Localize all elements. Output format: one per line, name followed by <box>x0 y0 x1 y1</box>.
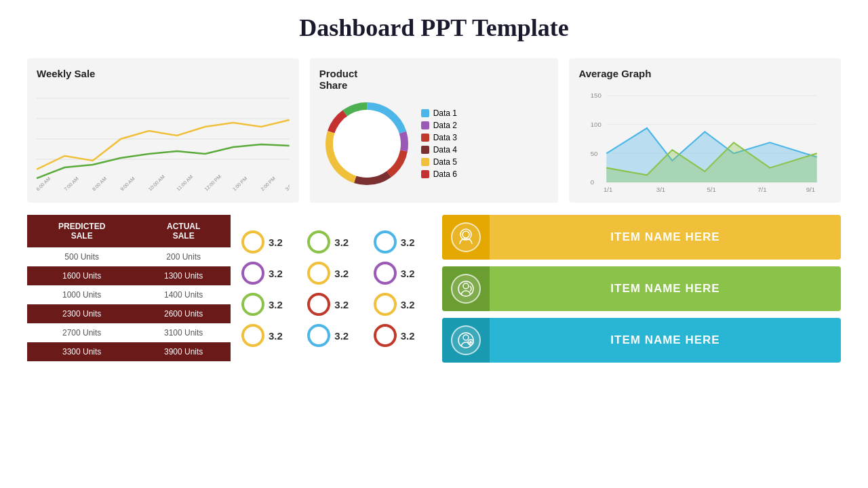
table-cell: 1300 Units <box>136 266 231 285</box>
svg-text:9/1: 9/1 <box>806 186 815 193</box>
circle-ring <box>374 293 397 316</box>
product-share-card: ProductShare <box>310 58 559 203</box>
items-section: ITEM NAME HERE ITEM NAME HERE ITEM NAME … <box>442 215 841 363</box>
circle-rating-item: 3.2 <box>241 293 299 316</box>
circle-ring <box>241 262 264 285</box>
table-cell: 3300 Units <box>27 342 136 361</box>
circles-grid: 3.23.23.23.23.23.23.23.23.23.23.23.2 <box>241 230 431 347</box>
item-label: ITEM NAME HERE <box>490 333 841 347</box>
circle-ring <box>307 324 330 347</box>
circle-ring <box>307 230 330 253</box>
circle-ring <box>241 293 264 316</box>
svg-text:3:00 PM: 3:00 PM <box>284 176 289 192</box>
circle-rating-item: 3.2 <box>374 324 431 347</box>
item-label: ITEM NAME HERE <box>490 282 841 296</box>
table-cell: 200 Units <box>136 247 231 266</box>
weekly-sale-chart: 6:00 AM 7:00 AM 8:00 AM 9:00 AM 10:00 AM… <box>37 85 290 193</box>
circle-rating-item: 3.2 <box>241 262 299 285</box>
item-icon-box <box>442 318 490 363</box>
weekly-sale-card: Weekly Sale 6:00 AM 7:00 AM 8:00 AM 9:00… <box>27 58 299 203</box>
table-cell: 3900 Units <box>136 342 231 361</box>
circle-value: 3.2 <box>401 268 415 279</box>
svg-text:7:00 AM: 7:00 AM <box>63 176 80 192</box>
svg-text:5/1: 5/1 <box>707 186 716 193</box>
item-icon-box <box>442 215 490 260</box>
circle-value: 3.2 <box>334 268 349 279</box>
circle-value: 3.2 <box>401 299 415 310</box>
svg-point-23 <box>341 118 393 169</box>
weekly-sale-title: Weekly Sale <box>37 68 290 79</box>
svg-text:1:00 PM: 1:00 PM <box>232 176 249 192</box>
donut-chart <box>319 96 414 191</box>
circle-ring <box>374 262 397 285</box>
item-button-2[interactable]: ITEM NAME HERE <box>442 266 841 311</box>
item-icon <box>451 274 481 304</box>
col-predicted: PREDICTEDSALE <box>27 215 136 247</box>
product-legend: Data 1 Data 2 Data 3 Data 4 Data 5 Data … <box>421 108 457 179</box>
circle-ring <box>241 230 264 253</box>
circle-value: 3.2 <box>269 268 283 279</box>
table-cell: 1000 Units <box>27 285 136 304</box>
table-cell: 2300 Units <box>27 304 136 323</box>
circle-value: 3.2 <box>334 299 349 310</box>
item-icon-box <box>442 266 490 311</box>
circle-value: 3.2 <box>401 237 415 248</box>
table-cell: 1600 Units <box>27 266 136 285</box>
svg-text:0: 0 <box>591 178 594 186</box>
circle-value: 3.2 <box>269 330 283 342</box>
circle-rating-item: 3.2 <box>241 324 299 347</box>
svg-point-42 <box>463 283 469 289</box>
svg-text:3/1: 3/1 <box>656 186 665 193</box>
svg-text:50: 50 <box>591 150 598 157</box>
svg-text:7/1: 7/1 <box>758 186 767 193</box>
svg-text:100: 100 <box>591 121 601 128</box>
circle-rating-item: 3.2 <box>241 230 299 253</box>
table-cell: 500 Units <box>27 247 136 266</box>
svg-text:8:00 AM: 8:00 AM <box>92 176 108 192</box>
svg-text:11:00 AM: 11:00 AM <box>176 174 194 192</box>
product-share-inner: Data 1 Data 2 Data 3 Data 4 Data 5 Data … <box>319 96 549 191</box>
circle-ring <box>307 262 330 285</box>
svg-text:1/1: 1/1 <box>604 186 612 193</box>
circle-ring <box>241 324 264 347</box>
svg-point-44 <box>463 335 469 340</box>
svg-text:2:00 PM: 2:00 PM <box>260 176 277 192</box>
product-share-title: ProductShare <box>319 68 549 91</box>
svg-text:150: 150 <box>591 92 601 99</box>
circle-rating-item: 3.2 <box>307 262 365 285</box>
circles-section: 3.23.23.23.23.23.23.23.23.23.23.23.2 <box>241 215 431 363</box>
circle-value: 3.2 <box>334 237 349 248</box>
col-actual: ACTUALSALE <box>136 215 231 247</box>
table-cell: 2700 Units <box>27 323 136 342</box>
bottom-row: PREDICTEDSALE ACTUALSALE 500 Units200 Un… <box>27 215 841 363</box>
svg-text:9:00 AM: 9:00 AM <box>119 176 136 192</box>
table-cell: 1400 Units <box>136 285 231 304</box>
svg-text:10:00 AM: 10:00 AM <box>147 174 165 192</box>
circle-value: 3.2 <box>334 330 349 342</box>
circle-rating-item: 3.2 <box>374 293 431 316</box>
circle-value: 3.2 <box>269 299 283 310</box>
page-title: Dashboard PPT Template <box>299 14 568 42</box>
circle-rating-item: 3.2 <box>374 230 431 253</box>
circle-rating-item: 3.2 <box>307 230 365 253</box>
circle-rating-item: 3.2 <box>374 262 431 285</box>
item-button-1[interactable]: ITEM NAME HERE <box>442 215 841 260</box>
circle-value: 3.2 <box>269 237 283 248</box>
item-button-3[interactable]: ITEM NAME HERE <box>442 318 841 363</box>
circle-value: 3.2 <box>401 330 415 342</box>
avg-graph-chart: 150 100 50 0 1/1 3/1 5/1 7/1 <box>578 85 831 193</box>
circle-rating-item: 3.2 <box>307 293 365 316</box>
table-cell: 2600 Units <box>136 304 231 323</box>
circle-rating-item: 3.2 <box>307 324 365 347</box>
circle-ring <box>307 293 330 316</box>
svg-text:12:00 PM: 12:00 PM <box>203 174 222 192</box>
svg-text:6:00 AM: 6:00 AM <box>37 176 52 192</box>
avg-graph-title: Average Graph <box>578 68 831 79</box>
circle-ring <box>374 324 397 347</box>
item-icon <box>451 325 481 355</box>
sales-table-section: PREDICTEDSALE ACTUALSALE 500 Units200 Un… <box>27 215 231 363</box>
item-icon <box>451 222 481 252</box>
circle-ring <box>374 230 397 253</box>
svg-point-39 <box>462 231 469 238</box>
sales-table: PREDICTEDSALE ACTUALSALE 500 Units200 Un… <box>27 215 231 361</box>
